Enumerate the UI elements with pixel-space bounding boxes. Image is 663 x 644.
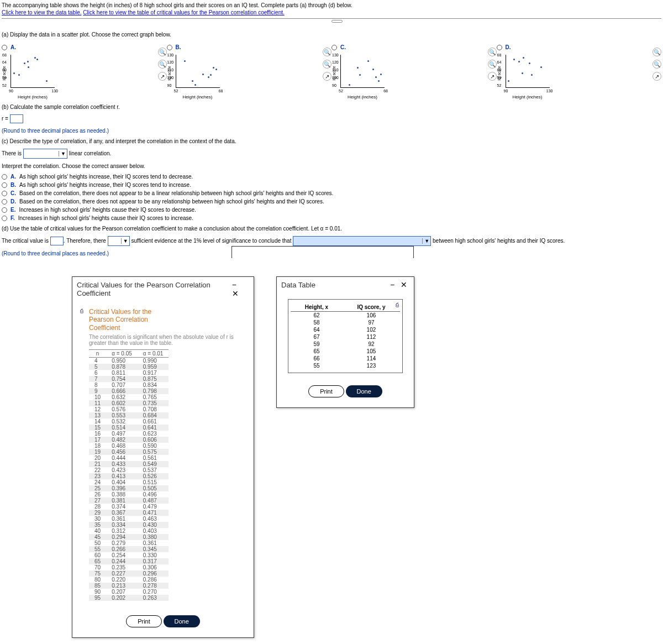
radio-c-a[interactable]: [2, 174, 7, 180]
part-b-prompt: (b) Calculate the sample correlation coe…: [2, 104, 661, 110]
choice-label: E.: [10, 207, 15, 213]
data-point: [531, 74, 533, 76]
link-critical-values[interactable]: Click here to view the table of critical…: [83, 9, 284, 15]
part-a-prompt: (a) Display the data in a scatter plot. …: [2, 32, 661, 38]
choice-text: As high school girls' heights increase, …: [19, 174, 193, 180]
data-point: [367, 60, 369, 62]
radio-c-b[interactable]: [2, 182, 7, 188]
conclusion-dropdown[interactable]: ▼: [293, 236, 431, 246]
zoom-out-icon[interactable]: 🔍: [653, 60, 661, 69]
collapse-handle[interactable]: [332, 20, 343, 23]
choice-label: D.: [10, 198, 16, 205]
data-point: [518, 61, 520, 62]
r-value-input[interactable]: [10, 114, 23, 123]
data-point: [210, 74, 212, 76]
data-point: [508, 80, 509, 82]
data-point: [208, 76, 209, 78]
zoom-out-icon[interactable]: 🔍: [323, 60, 332, 69]
data-point: [24, 62, 25, 64]
data-point: [529, 62, 530, 64]
divider: [2, 18, 661, 19]
intro-text: The accompanying table shows the height …: [2, 2, 352, 8]
option-b-label: B.: [176, 44, 181, 50]
data-point: [34, 57, 36, 59]
data-point: [46, 80, 48, 82]
part-c-prompt: (c) Describe the type of correlation, if…: [2, 138, 661, 144]
popout-icon[interactable]: ↗: [653, 72, 661, 81]
choice-label: B.: [10, 182, 16, 188]
zoom-out-icon[interactable]: 🔍: [158, 60, 167, 69]
zoom-in-icon[interactable]: 🔍: [488, 48, 497, 56]
data-point: [215, 69, 217, 70]
popout-icon[interactable]: ↗: [323, 72, 332, 81]
radio-c-f[interactable]: [2, 216, 7, 221]
choice-label: C.: [10, 190, 16, 196]
choice-label: A.: [10, 174, 16, 180]
radio-c[interactable]: [332, 45, 337, 50]
scatter-plot-d: IQ score 68 64 60 56 52 90 130: [506, 55, 550, 88]
choice-text: Based on the correlation, there does not…: [19, 198, 324, 205]
option-d-label: D.: [506, 44, 511, 50]
data-point: [194, 84, 196, 86]
zoom-out-icon[interactable]: 🔍: [488, 60, 497, 69]
data-point: [213, 67, 214, 69]
data-point: [27, 61, 29, 62]
option-c-label: C.: [340, 44, 346, 50]
data-point: [28, 66, 29, 68]
critical-value-input[interactable]: [50, 237, 64, 245]
radio-c-c[interactable]: [2, 191, 7, 196]
data-point: [522, 72, 523, 74]
data-point: [540, 66, 542, 68]
scatter-plot-a: IQ score 68 64 60 56 52 90 130: [10, 55, 55, 88]
link-data-table[interactable]: Click here to view the data table.: [2, 9, 82, 15]
radio-b[interactable]: [167, 45, 172, 50]
choice-text: Increases in high school girls' heights …: [19, 207, 196, 213]
data-point: [349, 84, 350, 86]
data-point: [523, 57, 524, 59]
popout-icon[interactable]: ↗: [158, 72, 167, 81]
data-point: [184, 60, 186, 62]
radio-c-d[interactable]: [2, 199, 7, 205]
radio-a[interactable]: [2, 45, 7, 50]
data-point: [192, 80, 193, 82]
radio-c-e[interactable]: [2, 207, 7, 213]
data-point: [375, 76, 377, 78]
data-point: [513, 59, 515, 60]
part-a-options: A. IQ score 68 64 60 56 52 90 130 Height…: [2, 42, 661, 100]
data-point: [359, 74, 361, 76]
scatter-plot-b: IQ score 130 120 110 100 90 52 68: [176, 55, 220, 88]
sufficiency-dropdown[interactable]: ▼: [108, 236, 130, 246]
zoom-in-icon[interactable]: 🔍: [653, 48, 661, 56]
zoom-in-icon[interactable]: 🔍: [158, 48, 167, 56]
data-point: [357, 67, 359, 69]
popout-icon[interactable]: ↗: [488, 72, 497, 81]
data-point: [36, 59, 38, 60]
correlation-type-dropdown[interactable]: ▼: [23, 149, 67, 159]
part-b-note: (Round to three decimal places as needed…: [2, 128, 661, 134]
data-point: [378, 80, 380, 82]
radio-d[interactable]: [497, 45, 502, 50]
choice-text: Increases in high school girls' heights …: [18, 215, 193, 221]
intro: The accompanying table shows the height …: [2, 2, 661, 16]
conclusion-dropdown-list: there is no correlation there is a signi…: [231, 246, 414, 258]
choice-label: F.: [10, 215, 15, 221]
choice-text: Based on the correlation, there does not…: [19, 190, 333, 196]
data-point: [202, 74, 204, 75]
part-d-prompt: (d) Use the table of critical values for…: [2, 226, 661, 232]
data-point: [13, 72, 15, 74]
data-point: [18, 74, 20, 76]
scatter-plot-c: IQ score 130 120 110 100 90 52 68: [340, 55, 385, 88]
data-point: [372, 69, 374, 70]
zoom-in-icon[interactable]: 🔍: [323, 48, 332, 56]
option-a-label: A.: [10, 44, 16, 50]
choice-text: As high school girls' heights increase, …: [19, 182, 191, 188]
part-c-prompt2: Interpret the correlation. Choose the co…: [2, 163, 661, 169]
data-point: [380, 74, 382, 75]
r-equals: r =: [2, 116, 8, 122]
